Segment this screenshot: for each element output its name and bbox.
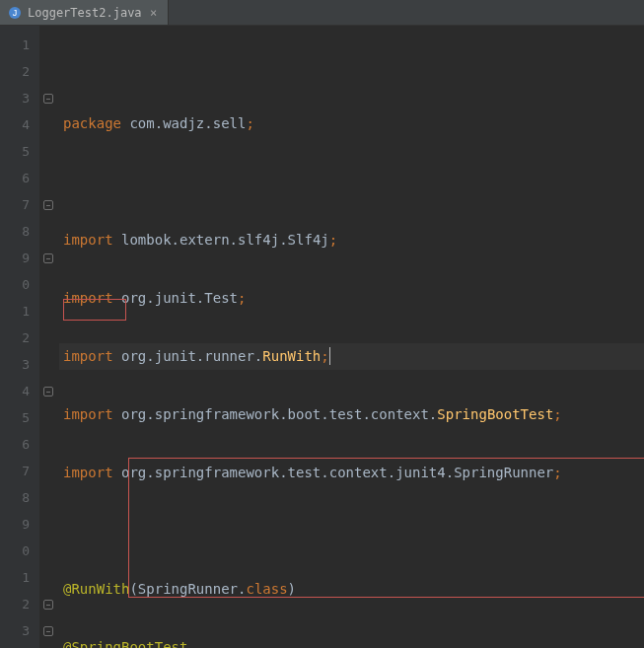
fold-toggle-icon[interactable] [43,94,53,104]
svg-text:J: J [13,8,18,18]
code-editor[interactable]: 1 2 3 4 5 6 7 8 9 0 1 2 3 4 5 6 7 8 9 0 [0,26,644,648]
fold-toggle-icon[interactable] [43,253,53,263]
line-number-gutter: 1 2 3 4 5 6 7 8 9 0 1 2 3 4 5 6 7 8 9 0 [0,26,39,648]
code-line: @RunWith(SpringRunner.class) [59,576,644,603]
fold-toggle-icon[interactable] [43,387,53,396]
close-icon[interactable]: × [148,7,160,19]
code-line: import org.springframework.boot.test.con… [59,401,644,428]
java-file-icon: J [8,6,22,20]
fold-gutter [39,26,59,648]
text-cursor [329,347,330,365]
code-line: import org.junit.runner.RunWith; [59,343,644,370]
fold-toggle-icon[interactable] [43,200,53,210]
code-line: import lombok.extern.slf4j.Slf4j; [59,227,644,253]
code-line [59,169,644,195]
code-line [59,518,644,544]
code-content[interactable]: package com.wadjz.sell; import lombok.ex… [59,26,644,648]
file-tab[interactable]: J LoggerTest2.java × [0,0,169,25]
fold-toggle-icon[interactable] [43,600,53,610]
tab-bar: J LoggerTest2.java × [0,0,644,26]
tab-filename: LoggerTest2.java [28,6,142,20]
fold-toggle-icon[interactable] [43,626,53,636]
code-line: import org.junit.Test; [59,285,644,312]
code-line: import org.springframework.test.context.… [59,460,644,486]
code-line: package com.wadjz.sell; [59,110,644,137]
code-line: @SpringBootTest [59,634,644,648]
